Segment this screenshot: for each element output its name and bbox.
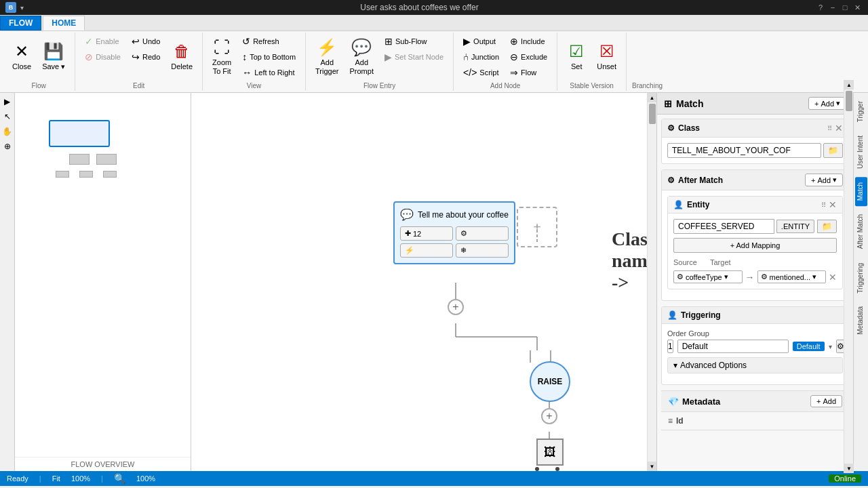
node-action-lightning[interactable]: ⚡: [400, 243, 453, 258]
flow-node-icon: ⇒: [510, 67, 518, 78]
scroll-thumb[interactable]: [649, 104, 656, 124]
left-tool-pan[interactable]: ✋: [1, 125, 14, 138]
side-tab-after-match[interactable]: After Match: [855, 209, 867, 254]
title-bar-left: B ▾: [5, 2, 24, 13]
set-start-label: Set Start Node: [395, 53, 443, 61]
entity-input[interactable]: [673, 219, 774, 234]
include-button[interactable]: ⊕ Include: [506, 34, 551, 49]
ribbon-group-add-node-items: ▶ Output ⑃ Junction </> Script ⊕: [459, 34, 551, 81]
exclude-icon: ⊖: [510, 52, 518, 62]
mapping-remove-icon[interactable]: ✕: [829, 272, 837, 283]
zoom-out-icon[interactable]: 🔍: [114, 473, 125, 484]
ribbon-group-flow-items: ✕ Close 💾 Save ▾: [8, 34, 69, 81]
left-tool-expand[interactable]: ▶: [1, 96, 14, 108]
source-target-row: ⚙ coffeeType ▾ → ⚙ mentioned... ▾: [673, 270, 837, 283]
minimize-button[interactable]: −: [827, 2, 838, 13]
raise-node[interactable]: RAISE: [530, 361, 570, 402]
left-tool-zoom[interactable]: ⊕: [1, 140, 14, 152]
after-match-add-button[interactable]: + Add ▾: [805, 174, 843, 186]
side-tab-user-intent[interactable]: User Intent: [855, 130, 867, 174]
class-section-icon: ⚙: [667, 123, 675, 133]
node-action-12[interactable]: ✚ 12: [400, 226, 453, 241]
enable-button[interactable]: ✓ Enable: [81, 34, 125, 49]
target-value: mentioned...: [770, 273, 811, 281]
match-add-button[interactable]: + Add ▾: [808, 97, 846, 110]
disable-button[interactable]: ⊘ Disable: [81, 49, 125, 64]
tell-node-label: Tell me about your coffee: [418, 210, 509, 220]
add-btn-below-raise[interactable]: +: [541, 408, 557, 424]
tab-home[interactable]: HOME: [43, 16, 85, 30]
junction-button[interactable]: ⑃ Junction: [459, 49, 503, 64]
set-start-node-button[interactable]: ▶ Set Start Node: [380, 49, 448, 64]
redo-button[interactable]: ↪ Redo: [127, 49, 164, 64]
dashed-placeholder[interactable]: +: [517, 207, 557, 247]
undo-button[interactable]: ↩ Undo: [127, 34, 164, 49]
left-to-right-button[interactable]: ↔ Left to Right: [238, 65, 300, 80]
add-mapping-button[interactable]: + Add Mapping: [673, 238, 837, 253]
order-num: 1: [667, 340, 673, 353]
metadata-icon: 💎: [668, 396, 679, 407]
canvas-scrollbar-v[interactable]: ▲ ▼: [647, 93, 656, 471]
top-to-bottom-button[interactable]: ↕ Top to Bottom: [238, 49, 300, 64]
tell-node[interactable]: 💬 Tell me about your coffee ✚ 12 ⚙ ⚡: [393, 201, 515, 264]
add-trigger-button[interactable]: ⚡ AddTrigger: [311, 34, 342, 80]
close-button[interactable]: ✕: [852, 2, 863, 13]
sub-flow-icon: ⊞: [384, 36, 393, 47]
close-icon: ✕: [15, 42, 28, 61]
advanced-options-row[interactable]: ▾ Advanced Options: [667, 357, 843, 373]
entity-drag-icon[interactable]: ⠿: [821, 201, 826, 209]
scroll-down-btn[interactable]: ▼: [648, 462, 657, 471]
add-trigger-label: AddTrigger: [315, 58, 338, 76]
svg-point-9: [535, 467, 539, 471]
sub-flow-label: Sub-Flow: [395, 37, 427, 45]
undo-label: Undo: [142, 37, 160, 45]
flow-node-button[interactable]: ⇒ Flow: [506, 65, 551, 80]
set-button[interactable]: ☑ Set: [563, 34, 590, 80]
class-browse-button[interactable]: 📁: [823, 143, 843, 158]
maximize-button[interactable]: □: [840, 2, 850, 13]
class-input[interactable]: [667, 143, 821, 158]
save-button[interactable]: 💾 Save ▾: [38, 34, 69, 80]
source-dropdown[interactable]: ⚙ coffeeType ▾: [673, 270, 743, 283]
script-button[interactable]: </> Script: [459, 65, 503, 80]
delete-button[interactable]: 🗑 Delete: [167, 34, 197, 80]
plus-icon-placeholder: +: [533, 220, 541, 235]
add-prompt-button[interactable]: 💬 AddPrompt: [345, 34, 377, 80]
node-action-gear[interactable]: ⚙: [456, 226, 509, 241]
exclude-button[interactable]: ⊖ Exclude: [506, 49, 551, 64]
class-section-title: ⚙ Class: [667, 123, 700, 133]
metadata-add-button[interactable]: + Add: [810, 395, 842, 407]
sub-flow-button[interactable]: ⊞ Sub-Flow: [380, 34, 448, 49]
badge-chevron[interactable]: ▾: [829, 343, 832, 350]
side-tab-match[interactable]: Match: [855, 177, 867, 206]
node-action-snowflake[interactable]: ❄: [456, 243, 509, 258]
side-tab-metadata[interactable]: Metadata: [855, 301, 867, 340]
left-to-right-label: Left to Right: [254, 68, 294, 77]
zoom-to-fit-button[interactable]: ⛶ ZoomTo Fit: [208, 34, 235, 80]
right-scroll-thumb[interactable]: [846, 93, 852, 111]
target-dropdown[interactable]: ⚙ mentioned... ▾: [757, 270, 827, 283]
flow-group-label: Flow: [32, 81, 46, 89]
image-node[interactable]: 🖼: [536, 439, 564, 466]
left-tool-pointer[interactable]: ↖: [1, 110, 14, 123]
entity-remove-icon[interactable]: ✕: [829, 199, 837, 210]
right-scroll-down[interactable]: ▼: [844, 464, 853, 471]
help-button[interactable]: ?: [815, 2, 826, 13]
unset-button[interactable]: ☒ Unset: [593, 34, 620, 80]
side-tab-trigger[interactable]: Trigger: [855, 96, 867, 127]
main-canvas[interactable]: 💬 Tell me about your coffee ✚ 12 ⚙ ⚡: [191, 93, 656, 471]
order-input[interactable]: [677, 340, 789, 353]
add-prompt-icon: 💬: [351, 38, 372, 57]
side-tab-triggering[interactable]: Triggering: [855, 258, 867, 299]
class-drag-icon[interactable]: ⠿: [827, 125, 832, 132]
refresh-button[interactable]: ↺ Refresh: [238, 34, 300, 49]
add-trigger-icon: ⚡: [317, 38, 337, 57]
view-col: ↺ Refresh ↕ Top to Bottom ↔ Left to Righ…: [238, 34, 300, 80]
scroll-up-btn[interactable]: ▲: [648, 93, 657, 102]
class-remove-icon[interactable]: ✕: [835, 123, 843, 134]
tab-flow[interactable]: FLOW: [0, 16, 41, 30]
entity-browse-button[interactable]: 📁: [817, 220, 837, 233]
close-button[interactable]: ✕ Close: [8, 34, 35, 80]
add-btn-below-tell[interactable]: +: [448, 299, 464, 315]
output-button[interactable]: ▶ Output: [459, 34, 503, 49]
